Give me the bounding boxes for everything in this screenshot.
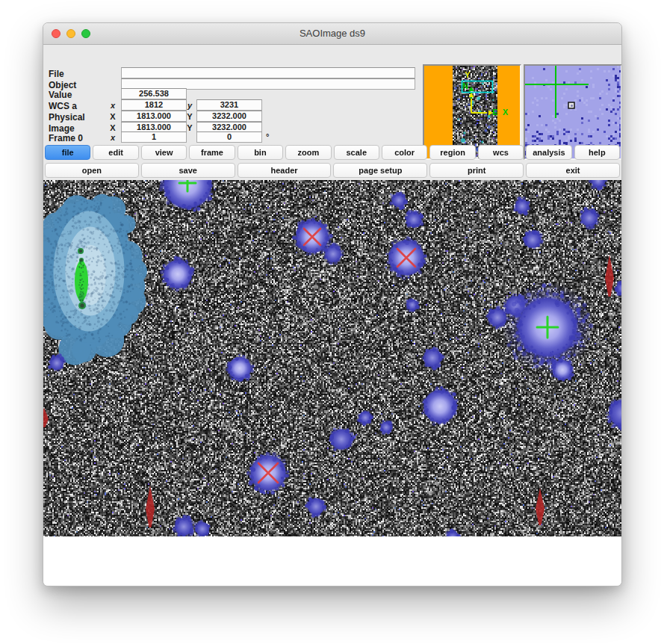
- menu-scale[interactable]: scale: [334, 145, 379, 160]
- file-action-bar: opensaveheaderpage setupprintexit: [45, 163, 620, 178]
- menu-bin[interactable]: bin: [238, 145, 283, 160]
- label-physical: Physical: [49, 112, 85, 123]
- action-save[interactable]: save: [141, 163, 235, 178]
- minimize-button[interactable]: [66, 29, 75, 38]
- maximize-button[interactable]: [81, 29, 90, 38]
- traffic-lights: [52, 29, 90, 38]
- label-file: File: [49, 69, 64, 79]
- menu-wcs[interactable]: wcs: [478, 145, 524, 160]
- label-image: Image: [49, 123, 75, 134]
- ds9-window: SAOImage ds9 File Object Value WCS a Phy…: [43, 22, 622, 586]
- wcs-y-key: y: [184, 101, 195, 110]
- action-header[interactable]: header: [238, 163, 332, 178]
- degree-symbol: °: [266, 132, 269, 141]
- value-field[interactable]: 256.538: [121, 88, 187, 99]
- action-page-setup[interactable]: page setup: [333, 163, 427, 178]
- frame-rotate-field[interactable]: 0: [196, 131, 262, 143]
- wcs-x-field[interactable]: 1812: [121, 99, 187, 111]
- frame-zoom-field[interactable]: 1: [121, 131, 187, 143]
- menu-file[interactable]: file: [45, 145, 90, 160]
- physical-y-field[interactable]: 3232.000: [196, 111, 262, 122]
- menu-bar: fileeditviewframebinzoomscalecolorregion…: [45, 145, 620, 160]
- action-open[interactable]: open: [45, 163, 139, 178]
- physical-y-key: Y: [184, 112, 195, 121]
- image-display[interactable]: [43, 180, 622, 536]
- menu-edit[interactable]: edit: [93, 145, 138, 160]
- file-field[interactable]: [121, 67, 415, 78]
- wcs-y-field[interactable]: 3231: [196, 99, 262, 111]
- menu-view[interactable]: view: [141, 145, 187, 160]
- menu-region[interactable]: region: [429, 145, 475, 160]
- wcs-x-key: x: [108, 101, 118, 110]
- label-object: Object: [49, 80, 76, 90]
- menu-frame[interactable]: frame: [189, 145, 235, 160]
- physical-x-key: X: [108, 112, 118, 121]
- menu-help[interactable]: help: [574, 145, 620, 160]
- window-title: SAOImage ds9: [43, 23, 621, 43]
- menu-color[interactable]: color: [382, 145, 427, 160]
- label-frame: Frame 0: [49, 133, 83, 143]
- menu-zoom[interactable]: zoom: [285, 145, 331, 160]
- action-exit[interactable]: exit: [526, 163, 620, 178]
- image-x-key: X: [108, 123, 118, 132]
- action-print[interactable]: print: [429, 163, 524, 178]
- physical-x-field[interactable]: 1813.000: [121, 111, 187, 122]
- close-button[interactable]: [52, 29, 60, 38]
- colorbar-area: -0.0590.972.23.75.68.1111622: [43, 536, 621, 586]
- titlebar[interactable]: SAOImage ds9: [43, 23, 621, 45]
- menu-analysis[interactable]: analysis: [526, 145, 571, 160]
- info-panel: File Object Value WCS a Physical Image F…: [43, 44, 621, 143]
- label-wcs: WCS a: [49, 101, 77, 111]
- label-value: Value: [49, 90, 72, 100]
- frame-x-key: x: [108, 133, 118, 142]
